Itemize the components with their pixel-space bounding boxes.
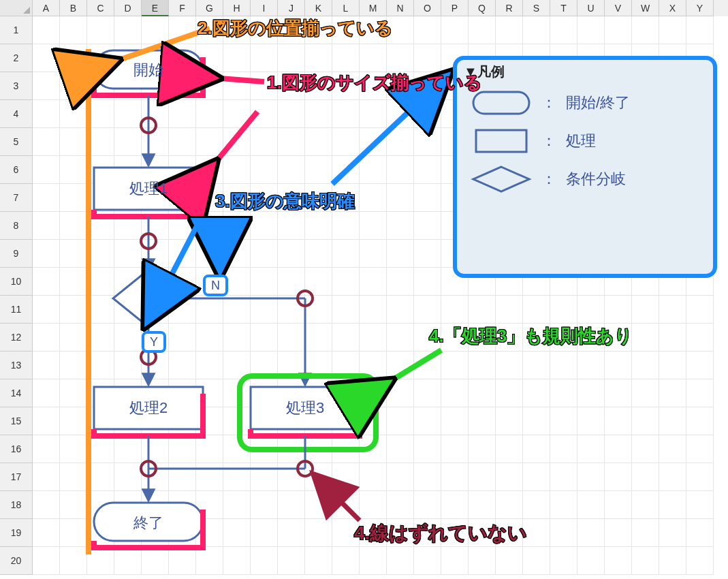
annotation-2: 2.図形の位置揃っている: [197, 16, 393, 40]
process-icon: [471, 126, 532, 156]
row-header-4[interactable]: 4: [0, 100, 33, 128]
row-header-17[interactable]: 17: [0, 463, 33, 491]
annotation-3: 3.図形の意味明確: [215, 189, 355, 213]
row-headers: 1234567891011121314151617181920: [0, 16, 33, 575]
legend-box: ▼凡例 ： 開始/終了 ： 処理 ： 条件分岐: [453, 56, 717, 278]
row-header-16[interactable]: 16: [0, 435, 33, 463]
col-header-N[interactable]: N: [387, 0, 414, 16]
annotation-1: 1.図形のサイズ揃っている: [267, 71, 482, 95]
row-header-19[interactable]: 19: [0, 519, 33, 547]
badge-yes: Y: [142, 331, 166, 353]
col-header-S[interactable]: S: [523, 0, 550, 16]
row-header-11[interactable]: 11: [0, 296, 33, 324]
row-header-18[interactable]: 18: [0, 491, 33, 519]
row-header-5[interactable]: 5: [0, 128, 33, 156]
col-header-Q[interactable]: Q: [469, 0, 496, 16]
annotation-4b: 4.線はずれていない: [354, 520, 527, 546]
annotation-4a: 4.「処理3」も規則性あり: [429, 324, 633, 348]
col-header-J[interactable]: J: [278, 0, 305, 16]
row-header-7[interactable]: 7: [0, 184, 33, 212]
column-headers: ABCDEFGHIJKLMNOPQRSTUVWXY: [0, 0, 728, 16]
row-header-2[interactable]: 2: [0, 44, 33, 72]
decision-icon: [471, 164, 532, 194]
col-header-U[interactable]: U: [577, 0, 605, 16]
col-header-O[interactable]: O: [414, 0, 441, 16]
col-header-F[interactable]: F: [169, 0, 196, 16]
col-header-C[interactable]: C: [87, 0, 114, 16]
legend-label-decision: 条件分岐: [566, 169, 626, 189]
col-header-E[interactable]: E: [142, 0, 169, 16]
col-header-T[interactable]: T: [550, 0, 577, 16]
legend-label-terminator: 開始/終了: [566, 93, 630, 113]
row-header-9[interactable]: 9: [0, 240, 33, 268]
col-header-M[interactable]: M: [360, 0, 387, 16]
col-header-V[interactable]: V: [605, 0, 632, 16]
col-header-P[interactable]: P: [441, 0, 469, 16]
col-header-D[interactable]: D: [114, 0, 142, 16]
col-header-B[interactable]: B: [60, 0, 87, 16]
row-header-20[interactable]: 20: [0, 547, 33, 575]
col-header-G[interactable]: G: [196, 0, 223, 16]
col-header-K[interactable]: K: [305, 0, 332, 16]
legend-row-decision: ： 条件分岐: [457, 160, 713, 198]
col-header-H[interactable]: H: [223, 0, 251, 16]
select-all-corner[interactable]: [0, 0, 33, 16]
col-header-L[interactable]: L: [332, 0, 360, 16]
row-header-15[interactable]: 15: [0, 407, 33, 435]
legend-row-process: ： 処理: [457, 122, 713, 160]
row-header-6[interactable]: 6: [0, 156, 33, 184]
legend-row-terminator: ： 開始/終了: [457, 84, 713, 122]
row-header-3[interactable]: 3: [0, 72, 33, 100]
col-header-I[interactable]: I: [251, 0, 278, 16]
row-header-12[interactable]: 12: [0, 324, 33, 351]
svg-rect-17: [476, 130, 526, 152]
row-header-14[interactable]: 14: [0, 379, 33, 407]
col-header-A[interactable]: A: [33, 0, 60, 16]
legend-title: ▼凡例: [457, 60, 713, 84]
svg-marker-18: [473, 167, 529, 191]
col-header-W[interactable]: W: [632, 0, 659, 16]
badge-no: N: [203, 275, 228, 296]
legend-label-process: 処理: [566, 131, 596, 151]
col-header-X[interactable]: X: [659, 0, 686, 16]
col-header-Y[interactable]: Y: [686, 0, 714, 16]
row-header-1[interactable]: 1: [0, 16, 33, 44]
col-header-R[interactable]: R: [496, 0, 523, 16]
spreadsheet-view: ABCDEFGHIJKLMNOPQRSTUVWXY 12345678910111…: [0, 0, 728, 579]
row-header-10[interactable]: 10: [0, 268, 33, 296]
row-header-13[interactable]: 13: [0, 351, 33, 379]
svg-rect-16: [473, 92, 529, 114]
row-header-8[interactable]: 8: [0, 212, 33, 240]
